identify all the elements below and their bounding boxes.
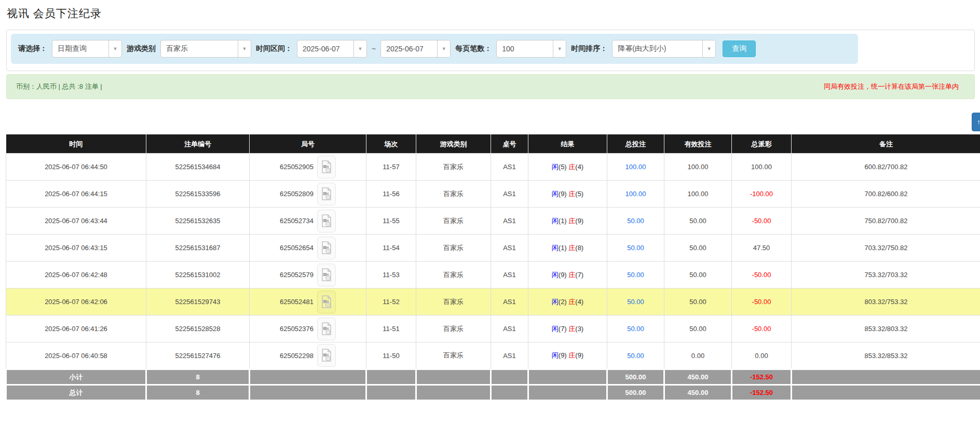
cell-table: AS1 (491, 181, 528, 208)
video-replay-button[interactable] (317, 156, 336, 179)
subtotal-row: 小计 8 500.00 450.00 -152.50 (6, 369, 980, 385)
cell-session: 11-57 (366, 154, 416, 181)
sort-order-select[interactable]: 降幂(由大到小) ▼ (612, 40, 716, 58)
round-number: 625052579 (280, 271, 314, 279)
game-type-select[interactable]: 百家乐 ▼ (160, 40, 251, 58)
date-to-select[interactable]: 2025-06-07 ▼ (380, 40, 451, 58)
cell-valid-bet: 0.00 (664, 342, 732, 369)
cell-valid-bet: 100.00 (664, 154, 732, 181)
currency-summary-text: 币别：人民币 | 总共 :8 注单 | (16, 82, 102, 91)
table-row[interactable]: 2025-06-07 06:43:15 522561531687 6250526… (6, 235, 980, 262)
table-row[interactable]: 2025-06-07 06:43:44 522561532635 6250527… (6, 208, 980, 235)
col-header-game-type: 游戏类别 (416, 135, 491, 154)
cell-session: 11-53 (366, 262, 416, 289)
col-header-bet-id: 注单编号 (146, 135, 250, 154)
video-replay-button[interactable] (317, 237, 336, 259)
cell-note: 853.32/853.32 (792, 342, 980, 369)
video-file-icon (321, 214, 332, 228)
total-bet-link[interactable]: 50.00 (627, 325, 644, 333)
cell-note: 700.82/600.82 (792, 181, 980, 208)
video-replay-button[interactable] (317, 318, 336, 340)
video-file-icon (321, 241, 332, 255)
cell-round: 625052734 (250, 208, 366, 235)
video-replay-button[interactable] (317, 291, 336, 313)
round-number: 625052654 (280, 244, 314, 252)
subtotal-label: 小计 (6, 369, 146, 385)
cell-bet-id: 522561531687 (146, 235, 250, 262)
video-replay-button[interactable] (317, 344, 336, 367)
round-number: 625052905 (280, 163, 314, 171)
game-type-value: 百家乐 (161, 40, 238, 57)
table-row[interactable]: 2025-06-07 06:41:26 522561528528 6250523… (6, 316, 980, 342)
cell-bet-id: 522561532635 (146, 208, 250, 235)
cell-total-bet: 50.00 (607, 316, 664, 342)
cell-time: 2025-06-07 06:41:26 (6, 316, 146, 342)
video-replay-button[interactable] (317, 210, 336, 232)
total-bet-link[interactable]: 50.00 (627, 244, 644, 252)
cell-game-type: 百家乐 (416, 235, 491, 262)
search-button[interactable]: 查询 (723, 40, 756, 57)
table-row[interactable]: 2025-06-07 06:42:06 522561529743 6250524… (6, 289, 980, 316)
total-bet-link[interactable]: 100.00 (625, 163, 646, 171)
table-row[interactable]: 2025-06-07 06:42:48 522561531002 6250525… (6, 262, 980, 289)
cell-session: 11-56 (366, 181, 416, 208)
cell-game-type: 百家乐 (416, 289, 491, 316)
page-size-label: 每页笔数： (455, 44, 492, 53)
cell-round: 625052809 (250, 181, 366, 208)
cell-time: 2025-06-07 06:42:48 (6, 262, 146, 289)
result-player-number: (9) (559, 190, 567, 198)
video-replay-button[interactable] (317, 264, 336, 286)
cell-round: 625052905 (250, 154, 366, 181)
cell-note: 600.82/700.82 (792, 154, 980, 181)
cell-time: 2025-06-07 06:42:06 (6, 289, 146, 316)
page-title: 视讯 会员下注纪录 (7, 6, 102, 21)
date-from-select[interactable]: 2025-06-07 ▼ (297, 40, 367, 58)
cell-payout: 0.00 (732, 342, 792, 369)
video-file-icon (321, 160, 332, 174)
total-payout: -152.50 (732, 385, 792, 401)
result-player-number: (2) (559, 298, 567, 306)
table-footer: 小计 8 500.00 450.00 -152.50 总计 8 500.00 4… (6, 369, 980, 401)
cell-session: 11-50 (366, 342, 416, 369)
subtotal-count: 8 (146, 369, 250, 385)
video-file-icon (321, 187, 332, 201)
cell-bet-id: 522561533596 (146, 181, 250, 208)
cell-session: 11-51 (366, 316, 416, 342)
arrow-up-icon: ↑ (977, 118, 980, 126)
total-bet-link[interactable]: 50.00 (627, 298, 644, 306)
total-bet-link[interactable]: 50.00 (627, 217, 644, 225)
cell-table: AS1 (491, 208, 528, 235)
total-bet-link[interactable]: 50.00 (627, 271, 644, 279)
query-type-select[interactable]: 日期查询 ▼ (52, 40, 122, 58)
chevron-down-icon: ▼ (108, 40, 121, 57)
table-row[interactable]: 2025-06-07 06:44:50 522561534684 6250529… (6, 154, 980, 181)
cell-result: 闲(1) 庄(9) (528, 208, 607, 235)
cell-result: 闲(9) 庄(5) (528, 181, 607, 208)
result-player-label: 闲 (552, 190, 559, 198)
cell-table: AS1 (491, 316, 528, 342)
video-replay-button[interactable] (317, 183, 336, 205)
result-banker-label: 庄 (568, 351, 575, 359)
cell-note: 853.32/803.32 (792, 316, 980, 342)
page-size-value: 100 (497, 40, 553, 57)
col-header-result: 结果 (528, 135, 607, 154)
round-number: 625052298 (280, 352, 314, 360)
result-banker-label: 庄 (568, 325, 575, 333)
cell-time: 2025-06-07 06:43:15 (6, 235, 146, 262)
cell-time: 2025-06-07 06:40:58 (6, 342, 146, 369)
total-bet-link[interactable]: 100.00 (625, 190, 646, 198)
cell-bet-id: 522561529743 (146, 289, 250, 316)
cell-bet-id: 522561531002 (146, 262, 250, 289)
result-banker-label: 庄 (568, 271, 575, 279)
cell-payout: -50.00 (732, 316, 792, 342)
cell-total-bet: 100.00 (607, 181, 664, 208)
cell-valid-bet: 50.00 (664, 316, 732, 342)
table-row[interactable]: 2025-06-07 06:44:15 522561533596 6250528… (6, 181, 980, 208)
cell-game-type: 百家乐 (416, 262, 491, 289)
cut-off-action-button[interactable]: ↑ (972, 113, 980, 131)
table-row[interactable]: 2025-06-07 06:40:58 522561527476 6250522… (6, 342, 980, 369)
total-bet-link[interactable]: 50.00 (627, 352, 644, 360)
page-size-select[interactable]: 100 ▼ (496, 40, 566, 58)
betting-records-table: 时间 注单编号 局号 场次 游戏类别 桌号 结果 总投注 有效投注 总派彩 备注… (5, 134, 980, 401)
round-number: 625052734 (280, 217, 314, 225)
